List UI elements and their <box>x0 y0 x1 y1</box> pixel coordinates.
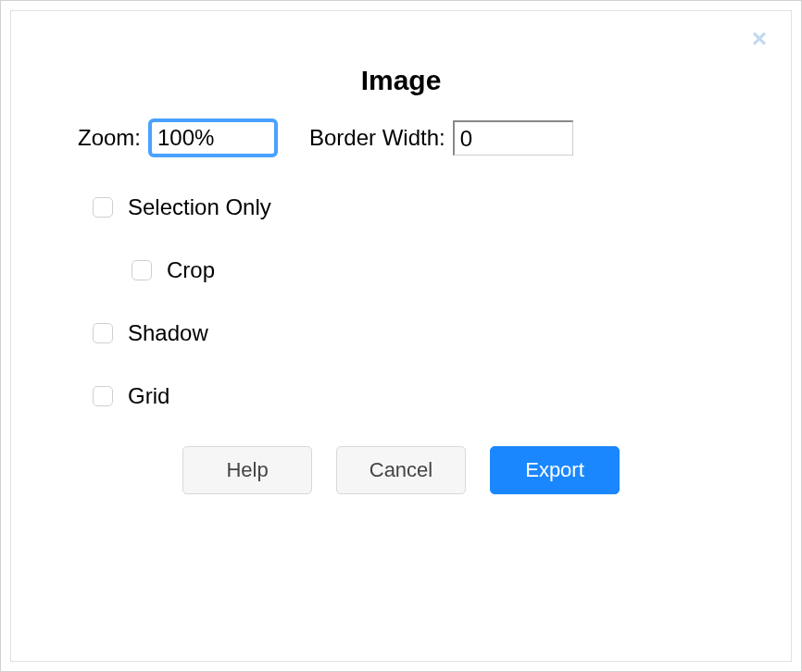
crop-checkbox[interactable] <box>132 260 152 280</box>
checkbox-list: Selection Only Crop Shadow Grid <box>93 194 745 409</box>
grid-label: Grid <box>128 383 169 409</box>
selection-only-checkbox[interactable] <box>93 197 113 218</box>
selection-only-row: Selection Only <box>93 194 745 220</box>
selection-only-label: Selection Only <box>128 194 271 220</box>
dialog-title: Image <box>57 65 745 96</box>
grid-checkbox[interactable] <box>93 386 113 406</box>
cancel-button[interactable]: Cancel <box>336 446 466 494</box>
close-icon[interactable]: × <box>748 30 771 52</box>
window-frame: × Image Zoom: Border Width: Selection On… <box>0 0 802 672</box>
help-button[interactable]: Help <box>182 446 312 494</box>
grid-row: Grid <box>93 383 745 409</box>
zoom-input[interactable] <box>148 118 278 157</box>
button-row: Help Cancel Export <box>57 446 745 494</box>
zoom-label: Zoom: <box>78 125 141 151</box>
input-row: Zoom: Border Width: <box>78 118 745 157</box>
shadow-label: Shadow <box>128 320 208 346</box>
border-width-input[interactable] <box>453 120 573 156</box>
zoom-field-group: Zoom: <box>78 118 278 157</box>
border-width-label: Border Width: <box>309 125 445 151</box>
border-width-field-group: Border Width: <box>309 120 573 156</box>
shadow-row: Shadow <box>93 320 745 346</box>
image-export-dialog: × Image Zoom: Border Width: Selection On… <box>10 10 792 662</box>
crop-label: Crop <box>167 257 215 283</box>
export-button[interactable]: Export <box>490 446 620 494</box>
shadow-checkbox[interactable] <box>93 323 113 343</box>
crop-row: Crop <box>132 257 745 283</box>
